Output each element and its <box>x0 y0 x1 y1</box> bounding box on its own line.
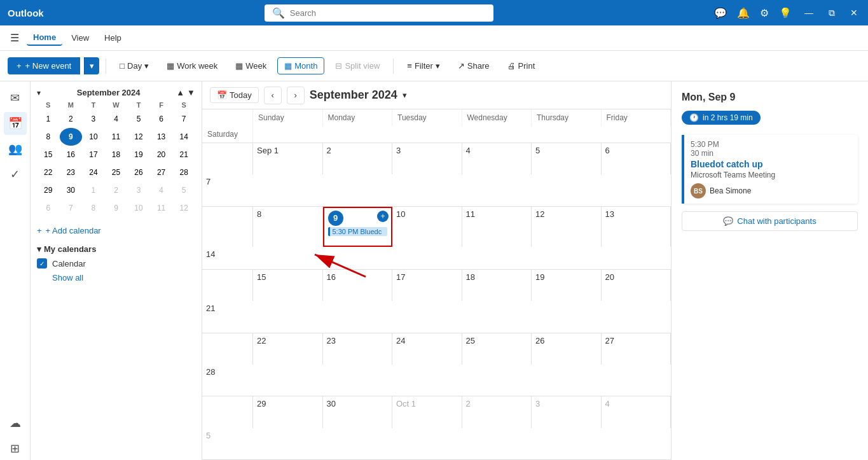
calendar-cell[interactable]: 19 <box>532 270 602 301</box>
mini-cal-day[interactable]: 13 <box>150 128 173 146</box>
print-button[interactable]: 🖨 Print <box>500 57 542 74</box>
calendar-cell[interactable]: 27 <box>602 333 672 365</box>
mini-cal-day[interactable]: 12 <box>127 128 150 146</box>
add-event-icon[interactable]: + <box>377 211 389 222</box>
mini-cal-day[interactable]: 2 <box>60 110 83 128</box>
mini-cal-prev[interactable]: ▲ <box>176 88 184 97</box>
mini-cal-day[interactable]: 8 <box>82 199 105 217</box>
mini-cal-day[interactable]: 3 <box>127 181 150 199</box>
calendar-cell[interactable]: 2 <box>323 143 393 174</box>
calendar-cell[interactable]: 15 <box>253 270 323 301</box>
calendar-cell[interactable]: 3 <box>532 396 602 428</box>
calendar-cell[interactable]: 13 <box>602 207 672 247</box>
bell-icon[interactable]: 🔔 <box>737 7 750 19</box>
calendar-cell[interactable]: 4 <box>602 396 672 428</box>
calendar-cell[interactable]: 4 <box>462 143 532 174</box>
mini-cal-day[interactable]: 9 <box>60 128 83 146</box>
nav-onedrive[interactable]: ☁ <box>4 412 27 435</box>
calendar-cell[interactable]: 28 <box>202 365 253 396</box>
mini-cal-day[interactable]: 4 <box>105 110 128 128</box>
mini-cal-day[interactable]: 2 <box>105 181 128 199</box>
lightbulb-icon[interactable]: 💡 <box>779 7 792 19</box>
feedback-icon[interactable]: 💬 <box>714 7 727 19</box>
mini-cal-day[interactable]: 27 <box>150 164 173 181</box>
search-bar[interactable]: 🔍 <box>265 4 493 22</box>
calendar-cell[interactable]: 18 <box>462 270 532 301</box>
mini-cal-day[interactable]: 15 <box>37 146 60 164</box>
mini-cal-day[interactable]: 1 <box>37 110 60 128</box>
mini-cal-day[interactable]: 29 <box>37 181 60 199</box>
mini-cal-day[interactable]: 9 <box>105 199 128 217</box>
calendar-cell[interactable]: 6 <box>602 143 672 174</box>
calendar-cell[interactable]: 25 <box>462 333 532 365</box>
calendar-cell[interactable]: 7 <box>202 174 253 206</box>
calendar-cell[interactable]: 2 <box>462 396 532 428</box>
mini-cal-day[interactable]: 7 <box>60 199 83 217</box>
close-button[interactable]: ✕ <box>848 8 860 18</box>
mini-cal-day[interactable]: 17 <box>82 146 105 164</box>
calendar-cell[interactable]: 11 <box>462 207 532 247</box>
cal-next-button[interactable]: › <box>287 87 305 104</box>
mini-cal-day[interactable]: 7 <box>172 110 195 128</box>
calendar-cell[interactable]: 14 <box>202 247 253 269</box>
nav-apps[interactable]: ⊞ <box>4 437 27 460</box>
show-all-button[interactable]: Show all <box>37 270 195 285</box>
calendar-cell[interactable]: 24 <box>392 333 462 365</box>
mini-cal-day[interactable]: 25 <box>105 164 128 181</box>
nav-people[interactable]: 👥 <box>4 137 27 160</box>
calendar-cell[interactable]: 16 <box>323 270 393 301</box>
mini-cal-day[interactable]: 11 <box>150 199 173 217</box>
minimize-button[interactable]: — <box>802 8 816 18</box>
mini-cal-day[interactable]: 6 <box>37 199 60 217</box>
mini-cal-day[interactable]: 14 <box>172 128 195 146</box>
mini-cal-day[interactable]: 10 <box>82 128 105 146</box>
add-calendar-button[interactable]: + + Add calendar <box>37 222 195 239</box>
settings-icon[interactable]: ⚙ <box>760 7 769 19</box>
mini-cal-day[interactable]: 26 <box>127 164 150 181</box>
day-view-button[interactable]: □ Day ▾ <box>113 57 156 74</box>
mini-cal-day[interactable]: 20 <box>150 146 173 164</box>
mini-cal-day[interactable]: 8 <box>37 128 60 146</box>
calendar-cell[interactable]: 30 <box>323 396 393 428</box>
calendar-checkbox[interactable]: ✓ <box>37 258 47 268</box>
mini-cal-collapse[interactable]: ▾ <box>37 88 41 97</box>
work-week-view-button[interactable]: ▦ Work week <box>160 57 224 74</box>
mini-cal-day[interactable]: 5 <box>127 110 150 128</box>
mini-cal-day[interactable]: 30 <box>60 181 83 199</box>
chat-with-participants-button[interactable]: 💬 Chat with participants <box>682 211 858 231</box>
menu-item-help[interactable]: Help <box>98 31 128 45</box>
cal-prev-button[interactable]: ‹ <box>264 87 282 104</box>
mini-cal-day[interactable]: 5 <box>172 181 195 199</box>
filter-button[interactable]: ≡ Filter ▾ <box>400 57 446 74</box>
calendar-cell[interactable]: 20 <box>602 270 672 301</box>
hamburger-menu[interactable]: ☰ <box>5 29 24 46</box>
search-input[interactable] <box>290 8 486 18</box>
mini-cal-day[interactable]: 12 <box>172 199 195 217</box>
my-calendars-header[interactable]: ▾ My calendars <box>37 244 195 254</box>
calendar-title-dropdown[interactable]: ▾ <box>403 90 407 100</box>
mini-cal-day[interactable]: 19 <box>127 146 150 164</box>
nav-tasks[interactable]: ✓ <box>4 163 27 186</box>
calendar-cell[interactable]: 10 <box>392 207 462 247</box>
week-view-button[interactable]: ▦ Week <box>228 57 273 74</box>
calendar-cell[interactable]: 9+5:30 PM Bluedc <box>323 207 393 247</box>
menu-item-home[interactable]: Home <box>27 30 62 46</box>
mini-cal-next[interactable]: ▼ <box>187 88 195 97</box>
calendar-cell[interactable]: 29 <box>253 396 323 428</box>
restore-button[interactable]: ⧉ <box>826 8 837 18</box>
calendar-cell[interactable]: Oct 1 <box>392 396 462 428</box>
calendar-cell[interactable]: 8 <box>253 207 323 247</box>
mini-cal-day[interactable]: 6 <box>150 110 173 128</box>
mini-cal-day[interactable]: 4 <box>150 181 173 199</box>
today-button[interactable]: 📅 Today <box>210 87 259 103</box>
mini-cal-day[interactable]: 18 <box>105 146 128 164</box>
new-event-dropdown[interactable]: ▾ <box>84 57 99 74</box>
calendar-cell[interactable]: 23 <box>323 333 393 365</box>
mini-cal-day[interactable]: 22 <box>37 164 60 181</box>
mini-cal-day[interactable]: 16 <box>60 146 83 164</box>
month-view-button[interactable]: ▦ Month <box>277 57 324 74</box>
calendar-cell[interactable]: 17 <box>392 270 462 301</box>
mini-cal-day[interactable]: 23 <box>60 164 83 181</box>
calendar-cell[interactable]: 21 <box>202 301 253 332</box>
mini-cal-day[interactable]: 24 <box>82 164 105 181</box>
